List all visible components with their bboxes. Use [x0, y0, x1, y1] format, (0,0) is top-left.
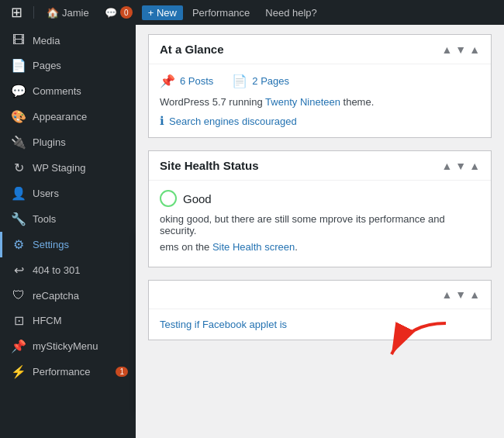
site-health-widget: Site Health Status ▲ ▼ ▲ Good oking good… [148, 150, 492, 267]
sidebar-item-media[interactable]: 🎞 Media [0, 28, 136, 53]
theme-link[interactable]: Twenty Nineteen [265, 96, 340, 108]
sidebar-item-appearance[interactable]: 🎨 Appearance [0, 104, 136, 129]
glance-pages: 📄 2 Pages [232, 74, 289, 88]
health-text-content: oking good, but there are still some mpr… [160, 213, 445, 236]
posts-icon: 📌 [160, 74, 175, 88]
sidebar-label-tools: Tools [33, 213, 56, 225]
sidebar-label-plugins: Plugins [33, 136, 66, 148]
sidebar-label-recaptcha: reCaptcha [33, 290, 79, 302]
sidebar-label-404: 404 to 301 [33, 264, 80, 276]
health-items-text: ems on the Site Health screen. [160, 241, 480, 253]
user-icon: 🏠 [47, 7, 59, 19]
wp-staging-icon: ↻ [11, 160, 26, 175]
sidebar-label-pages: Pages [33, 60, 61, 71]
sidebar-label-settings: Settings [33, 239, 69, 250]
media-icon: 🎞 [11, 33, 26, 47]
topbar-user[interactable]: 🏠 Jamie [40, 7, 95, 19]
health-collapse-down-icon[interactable]: ▼ [455, 160, 466, 172]
sidebar-item-tools[interactable]: 🔧 Tools [0, 206, 136, 232]
performance-link[interactable]: Performance [186, 7, 256, 19]
widget-controls-health: ▲ ▼ ▲ [441, 160, 480, 172]
info-icon: ℹ [160, 114, 164, 128]
sidebar-item-comments[interactable]: 💬 Comments [0, 78, 136, 104]
topbar: ⊞ 🏠 Jamie 💬 0 + New Performance Need hel… [0, 0, 504, 25]
health-collapse-up-icon[interactable]: ▲ [441, 160, 452, 172]
widget-header-glance: At a Glance ▲ ▼ ▲ [149, 35, 491, 64]
health-move-icon[interactable]: ▲ [469, 160, 480, 172]
widget-controls-glance: ▲ ▼ ▲ [441, 43, 480, 56]
widget-title-health: Site Health Status [160, 159, 441, 172]
tools-icon: 🔧 [11, 212, 26, 226]
widget-title-glance: At a Glance [160, 43, 441, 56]
at-a-glance-widget: At a Glance ▲ ▼ ▲ 📌 6 Posts 📄 2 Pages [148, 34, 492, 138]
glance-stats: 📌 6 Posts 📄 2 Pages [160, 74, 480, 88]
collapse-up-icon[interactable]: ▲ [441, 43, 452, 56]
sidebar-label-users: Users [33, 188, 59, 199]
posts-link[interactable]: 6 Posts [180, 75, 213, 87]
search-engines-link[interactable]: Search engines discouraged [169, 116, 297, 127]
users-icon: 👤 [11, 186, 26, 201]
sidebar-label-media: Media [33, 35, 60, 47]
sidebar-label-hfcm: HFCM [33, 315, 62, 326]
third-widget: ▲ ▼ ▲ Testing if Facebook applet is [148, 280, 492, 340]
sidebar-item-recaptcha[interactable]: 🛡 reCaptcha [0, 283, 136, 308]
pages-stat-icon: 📄 [232, 74, 247, 88]
new-button[interactable]: + New [142, 5, 183, 20]
comments-icon: 💬 [11, 84, 26, 98]
hfcm-icon: ⊡ [11, 313, 26, 328]
sidebar-item-settings[interactable]: ⚙ Settings [0, 232, 136, 257]
appearance-icon: 🎨 [11, 109, 26, 124]
dashboard-content: At a Glance ▲ ▼ ▲ 📌 6 Posts 📄 2 Pages [136, 25, 504, 438]
widget-body-glance: 📌 6 Posts 📄 2 Pages WordPress 5.7 runnin… [149, 64, 491, 137]
sidebar-label-appearance: Appearance [33, 111, 87, 122]
health-status: Good [160, 190, 480, 207]
performance-icon: ⚡ [11, 364, 26, 379]
username-label: Jamie [62, 7, 89, 19]
third-widget-link[interactable]: Testing if Facebook applet is [160, 319, 287, 330]
sidebar-item-mystickymenu[interactable]: 📌 myStickyMenu [0, 333, 136, 359]
help-link[interactable]: Need help? [259, 7, 323, 19]
sidebar-item-hfcm[interactable]: ⊡ HFCM [0, 308, 136, 333]
health-status-label: Good [183, 192, 212, 205]
sidebar-label-comments: Comments [33, 85, 81, 97]
widget-header-health: Site Health Status ▲ ▼ ▲ [149, 151, 491, 181]
wp-logo-icon[interactable]: ⊞ [6, 4, 27, 21]
performance-badge: 1 [116, 367, 128, 377]
sidebar-item-users[interactable]: 👤 Users [0, 181, 136, 206]
collapse-down-icon[interactable]: ▼ [455, 43, 466, 56]
settings-icon: ⚙ [11, 237, 26, 252]
third-collapse-down-icon[interactable]: ▼ [455, 288, 466, 301]
third-widget-header: ▲ ▼ ▲ [149, 281, 491, 309]
plugins-icon: 🔌 [11, 135, 26, 150]
sidebar-label-wp-staging: WP Staging [33, 162, 85, 174]
sidebar-item-pages[interactable]: 📄 Pages [0, 53, 136, 78]
move-icon[interactable]: ▲ [469, 43, 480, 56]
health-items-content: ems on the [160, 241, 212, 253]
health-body-text: oking good, but there are still some mpr… [160, 213, 480, 236]
glance-posts: 📌 6 Posts [160, 74, 213, 88]
sidebar-item-wp-staging[interactable]: ↻ WP Staging [0, 155, 136, 181]
pages-link[interactable]: 2 Pages [252, 75, 289, 87]
sidebar-item-404[interactable]: ↩ 404 to 301 [0, 257, 136, 283]
sidebar-label-mystickymenu: myStickyMenu [33, 340, 98, 352]
third-collapse-up-icon[interactable]: ▲ [441, 288, 452, 301]
third-widget-controls: ▲ ▼ ▲ [441, 288, 480, 301]
comment-count: 0 [120, 6, 133, 19]
glance-notice: ℹ Search engines discouraged [160, 114, 480, 128]
glance-wp-info: WordPress 5.7 running Twenty Nineteen th… [160, 96, 480, 108]
sidebar: 🎞 Media 📄 Pages 💬 Comments 🎨 Appearance … [0, 25, 136, 438]
health-suffix: . [295, 241, 298, 253]
sidebar-item-performance[interactable]: ⚡ Performance 1 [0, 359, 136, 385]
404-icon: ↩ [11, 263, 26, 278]
health-screen-link[interactable]: Site Health screen [212, 241, 295, 253]
widget-body-health: Good oking good, but there are still som… [149, 181, 491, 267]
mystickymenu-icon: 📌 [11, 339, 26, 354]
theme-suffix: theme. [340, 96, 374, 108]
comment-icon: 💬 [105, 7, 117, 19]
sidebar-label-performance: Performance [33, 366, 90, 378]
third-move-icon[interactable]: ▲ [469, 288, 480, 301]
wp-info-text: WordPress 5.7 running [160, 96, 265, 108]
recaptcha-icon: 🛡 [11, 288, 26, 302]
topbar-comments[interactable]: 💬 0 [98, 6, 139, 19]
sidebar-item-plugins[interactable]: 🔌 Plugins [0, 129, 136, 155]
